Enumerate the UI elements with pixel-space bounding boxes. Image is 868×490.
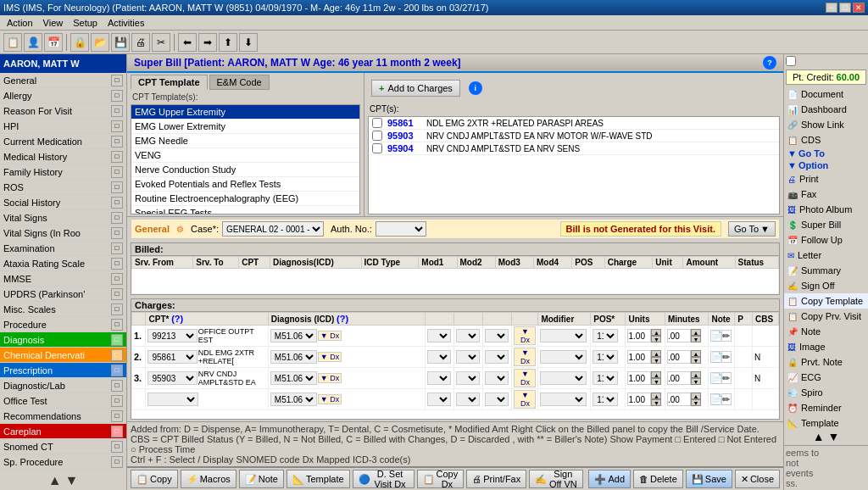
add-to-charges-button[interactable]: + Add to Charges <box>371 80 460 97</box>
sidebar-item-ros[interactable]: ROS □ <box>0 180 126 195</box>
minimize-button[interactable]: − <box>826 3 837 13</box>
far-right-goto[interactable]: ▼ Go To <box>784 148 868 159</box>
charges-d1-3[interactable] <box>427 393 451 406</box>
toolbar-btn-4[interactable]: 🔒 <box>70 33 89 52</box>
copy-dx-button[interactable]: 📋 Copy Dx <box>417 470 465 488</box>
charges-units-down-0[interactable]: ▼ <box>651 336 661 342</box>
sidebar-item-sp-procedure[interactable]: Sp. Procedure □ <box>0 454 126 470</box>
charges-dx-btn-3[interactable]: ▼ Dx <box>318 394 342 404</box>
case-select[interactable]: GENERAL 02 - 0001 - 08/ <box>222 221 324 237</box>
note-button[interactable]: 📝 Note <box>239 470 284 488</box>
menu-action[interactable]: Action <box>2 17 38 29</box>
far-right-super-bill[interactable]: 💲 Super Bill <box>784 217 868 232</box>
cpt-info-button[interactable]: i <box>469 81 482 95</box>
charges-units-3[interactable] <box>627 393 651 406</box>
menu-view[interactable]: View <box>38 17 69 29</box>
charges-units-down-3[interactable]: ▼ <box>651 399 661 406</box>
far-right-checkbox[interactable] <box>786 56 796 66</box>
cpt-template-emg-lower[interactable]: EMG Lower Extremity <box>131 120 359 134</box>
far-right-fax[interactable]: 📠 Fax <box>784 187 868 202</box>
charges-minutes-1[interactable] <box>667 350 691 364</box>
info-button[interactable]: ? <box>763 56 776 70</box>
charges-note-icon-0[interactable]: 📄 <box>710 330 721 342</box>
restore-button[interactable]: □ <box>839 3 851 13</box>
cpt-checkbox-2[interactable] <box>372 143 382 153</box>
charges-units-up-1[interactable]: ▲ <box>651 350 661 357</box>
sidebar-item-diagnosis[interactable]: Diagnosis □ <box>0 332 126 348</box>
charges-note-edit-1[interactable]: ✏ <box>721 351 732 363</box>
far-right-reminder[interactable]: ⏰ Reminder <box>784 400 868 415</box>
charges-dx-btn-2[interactable]: ▼ Dx <box>318 373 342 383</box>
sidebar-item-prescription[interactable]: Prescription □ <box>0 363 126 378</box>
far-right-document[interactable]: 📄 Document <box>784 86 868 102</box>
cpt-template-veng[interactable]: VENG <box>131 148 359 163</box>
far-right-image[interactable]: 🖼 Image <box>784 339 868 354</box>
sidebar-item-allergy[interactable]: Allergy □ <box>0 88 126 103</box>
delete-button[interactable]: 🗑 Delete <box>633 470 683 488</box>
sidebar-item-recommendations[interactable]: Recommendations □ <box>0 409 126 424</box>
charges-modifier-2[interactable] <box>540 371 587 385</box>
charges-minutes-up-1[interactable]: ▲ <box>691 350 701 357</box>
charges-d2-1[interactable] <box>456 350 480 364</box>
sidebar-item-office-test[interactable]: Office Test □ <box>0 393 126 409</box>
sidebar-item-reason[interactable]: Reason For Visit □ <box>0 103 126 119</box>
cpt-checkbox-0[interactable] <box>372 118 382 128</box>
far-right-ecg[interactable]: 📈 ECG <box>784 370 868 385</box>
charges-note-edit-3[interactable]: ✏ <box>721 393 732 405</box>
far-right-spiro[interactable]: 💨 Spiro <box>784 385 868 400</box>
charges-minutes-up-3[interactable]: ▲ <box>691 393 701 399</box>
charges-note-edit-2[interactable]: ✏ <box>721 372 732 384</box>
toolbar-btn-1[interactable]: 📋 <box>3 33 22 52</box>
far-right-prvt-note[interactable]: 🔒 Prvt. Note <box>784 354 868 370</box>
sidebar-item-examination[interactable]: Examination □ <box>0 241 126 256</box>
sidebar-item-misc-scales[interactable]: Misc. Scales □ <box>0 302 126 317</box>
auth-select[interactable] <box>376 221 426 237</box>
sidebar-item-mmse[interactable]: MMSE □ <box>0 271 126 287</box>
far-right-letter[interactable]: ✉ Letter <box>784 248 868 263</box>
sidebar-scroll-up[interactable]: ▲ <box>48 473 62 488</box>
charges-note-edit-0[interactable]: ✏ <box>721 330 732 342</box>
charges-units-1[interactable] <box>627 350 651 364</box>
toolbar-btn-12[interactable]: ⬇ <box>239 33 258 52</box>
close-bottom-button[interactable]: ✕ Close <box>735 470 780 488</box>
cpt-template-eeg[interactable]: Routine Electroencephalography (EEG) <box>131 192 359 206</box>
sidebar-item-ataxia[interactable]: Ataxia Rating Scale □ <box>0 256 126 271</box>
sidebar-item-snomed[interactable]: Snomed CT □ <box>0 439 126 454</box>
copy-button[interactable]: 📋 Copy <box>131 470 178 488</box>
charges-units-up-2[interactable]: ▲ <box>651 371 661 378</box>
menu-setup[interactable]: Setup <box>68 17 103 29</box>
sidebar-item-procedure[interactable]: Procedure □ <box>0 317 126 332</box>
macros-button[interactable]: ⚡ Macros <box>181 470 236 488</box>
far-right-option[interactable]: ▼ Option <box>784 159 868 171</box>
far-right-note[interactable]: 📌 Note <box>784 324 868 339</box>
charges-d2-0[interactable] <box>456 329 480 342</box>
sidebar-item-chemical[interactable]: Chemical Denervati □ <box>0 348 126 363</box>
far-right-cds[interactable]: 📋 CDS <box>784 132 868 148</box>
cpt-template-evoked[interactable]: Evoked Potentials and Reflex Tests <box>131 177 359 192</box>
far-right-photo-album[interactable]: 🖼 Photo Album <box>784 202 868 217</box>
charges-icd-select-3[interactable]: M51.06 <box>270 393 317 406</box>
sidebar-scroll-down[interactable]: ▼ <box>65 473 79 488</box>
charges-icd-select-2[interactable]: M51.06 <box>270 371 317 385</box>
charges-modifier-0[interactable] <box>540 329 587 342</box>
charges-modifier-3[interactable] <box>540 393 587 406</box>
sidebar-item-updrs[interactable]: UPDRS (Parkinson' □ <box>0 287 126 302</box>
far-right-template[interactable]: 📐 Template <box>784 415 868 428</box>
charges-cpt-select-1[interactable]: 95861 <box>147 350 197 364</box>
tab-cpt-template[interactable]: CPT Template <box>131 75 208 90</box>
charges-note-icon-3[interactable]: 📄 <box>710 393 721 405</box>
charges-cpt-select-2[interactable]: 95903 <box>147 371 197 385</box>
toolbar-btn-6[interactable]: 💾 <box>111 33 130 52</box>
charges-note-icon-2[interactable]: 📄 <box>710 372 721 384</box>
charges-d3-1[interactable] <box>485 350 509 364</box>
charges-note-icon-1[interactable]: 📄 <box>710 351 721 363</box>
cpt-template-emg-needle[interactable]: EMG Needle <box>131 134 359 148</box>
charges-units-up-3[interactable]: ▲ <box>651 393 661 399</box>
toolbar-btn-5[interactable]: 📂 <box>91 33 109 52</box>
charges-d3-0[interactable] <box>485 329 509 342</box>
add-button[interactable]: ➕ Add <box>588 470 631 488</box>
charges-modifier-1[interactable] <box>540 350 587 364</box>
charges-d3-3[interactable] <box>485 393 509 406</box>
far-right-print[interactable]: 🖨 Print <box>784 171 868 187</box>
toolbar-btn-3[interactable]: 📅 <box>44 33 63 52</box>
